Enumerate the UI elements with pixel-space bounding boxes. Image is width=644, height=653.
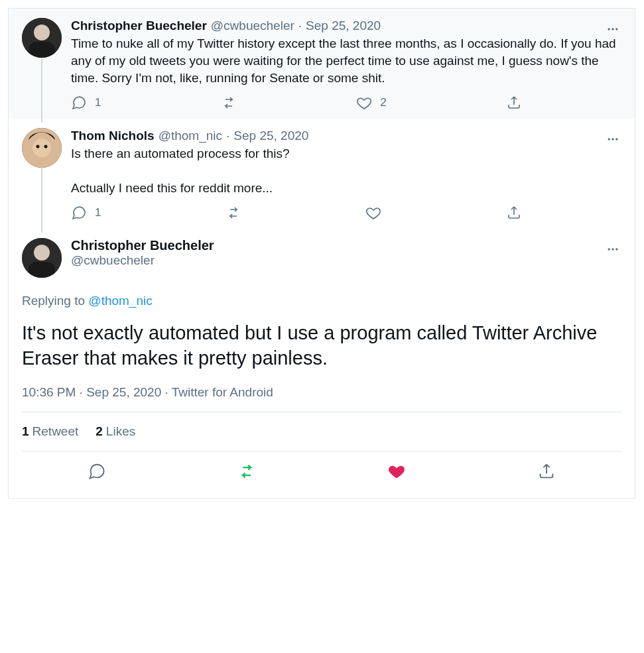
- retweet-button[interactable]: [233, 458, 260, 485]
- svg-rect-15: [29, 262, 55, 278]
- more-options-button[interactable]: [602, 18, 624, 40]
- separator-dot: ·: [161, 385, 172, 399]
- replying-to: Replying to @thom_nic: [22, 294, 621, 308]
- share-button[interactable]: [506, 95, 522, 111]
- svg-point-17: [612, 248, 613, 250]
- likes-stat[interactable]: 2Likes: [96, 424, 135, 439]
- tweet-meta: 10:36 PM · Sep 25, 2020 · Twitter for An…: [22, 385, 621, 412]
- user-handle[interactable]: @cwbuecheler: [71, 253, 214, 268]
- svg-point-11: [612, 138, 613, 140]
- svg-point-12: [615, 138, 617, 140]
- svg-point-5: [615, 28, 617, 30]
- tweet-actions: 1 2: [71, 95, 522, 113]
- retweet-button[interactable]: [225, 205, 241, 221]
- avatar[interactable]: [22, 128, 62, 168]
- user-handle[interactable]: @cwbuecheler: [211, 18, 294, 34]
- retweets-stat[interactable]: 1Retweet: [22, 424, 78, 439]
- tweet-body: Christopher Buecheler @cwbuecheler · Sep…: [71, 18, 621, 113]
- main-tweet-text: It's not exactly automated but I use a p…: [22, 320, 621, 371]
- like-button[interactable]: 2: [356, 95, 386, 111]
- svg-rect-2: [29, 42, 55, 58]
- replying-handle-link[interactable]: @thom_nic: [88, 294, 152, 308]
- svg-point-3: [608, 28, 610, 30]
- svg-point-7: [32, 139, 51, 157]
- separator-dot: ·: [226, 128, 229, 144]
- tweet-date[interactable]: Sep 25, 2020: [86, 385, 161, 399]
- avatar[interactable]: [22, 238, 62, 278]
- like-button[interactable]: [365, 205, 381, 221]
- main-tweet: Christopher Buecheler @cwbuecheler Reply…: [9, 229, 635, 498]
- user-names: Christopher Buecheler @cwbuecheler: [71, 238, 214, 268]
- tweet-actions: 1: [71, 205, 522, 223]
- tweet-source[interactable]: Twitter for Android: [172, 385, 273, 399]
- reply-count: 1: [95, 96, 101, 109]
- like-count: 2: [380, 96, 386, 109]
- avatar-column: [22, 18, 62, 113]
- retweets-label: Retweet: [32, 424, 79, 438]
- svg-point-4: [612, 28, 613, 30]
- svg-point-10: [608, 138, 610, 140]
- avatar-column: [22, 128, 62, 223]
- retweet-button[interactable]: [221, 95, 237, 111]
- reply-button[interactable]: 1: [71, 95, 101, 111]
- more-options-button[interactable]: [602, 128, 624, 150]
- share-button[interactable]: [533, 458, 560, 485]
- tweet-header: Christopher Buecheler @cwbuecheler · Sep…: [71, 18, 621, 34]
- tweet-date[interactable]: Sep 25, 2020: [233, 128, 308, 144]
- svg-point-8: [36, 145, 40, 148]
- ancestor-tweet[interactable]: Christopher Buecheler @cwbuecheler · Sep…: [9, 9, 635, 119]
- avatar[interactable]: [22, 18, 62, 58]
- tweet-date[interactable]: Sep 25, 2020: [306, 18, 381, 34]
- likes-count: 2: [96, 424, 103, 438]
- svg-point-18: [615, 248, 617, 250]
- retweets-count: 1: [22, 424, 29, 438]
- separator-dot: ·: [76, 385, 86, 399]
- tweet-body: Thom Nichols @thom_nic · Sep 25, 2020 Is…: [71, 128, 621, 223]
- likes-label: Likes: [106, 424, 135, 438]
- tweet-header: Thom Nichols @thom_nic · Sep 25, 2020: [71, 128, 621, 144]
- display-name[interactable]: Christopher Buecheler: [71, 238, 214, 253]
- display-name[interactable]: Christopher Buecheler: [71, 18, 207, 34]
- user-handle[interactable]: @thom_nic: [159, 128, 222, 144]
- svg-point-16: [608, 248, 610, 250]
- svg-point-9: [44, 145, 48, 148]
- thread-connector: [41, 168, 42, 233]
- like-button[interactable]: [383, 458, 410, 485]
- svg-point-14: [34, 245, 50, 261]
- display-name[interactable]: Thom Nichols: [71, 128, 155, 144]
- thread-connector: [41, 58, 42, 123]
- separator-dot: ·: [298, 18, 302, 34]
- reply-count: 1: [95, 206, 101, 219]
- reply-button[interactable]: [84, 458, 110, 485]
- tweet-time[interactable]: 10:36 PM: [22, 385, 76, 399]
- share-button[interactable]: [506, 205, 522, 221]
- replying-label: Replying to: [22, 294, 88, 308]
- tweet-text: Time to nuke all of my Twitter history e…: [71, 35, 621, 87]
- tweet-stats: 1Retweet 2Likes: [22, 412, 621, 451]
- tweet-thread-container: Christopher Buecheler @cwbuecheler · Sep…: [8, 8, 635, 499]
- tweet-text: Is there an automated process for this? …: [71, 145, 621, 197]
- main-tweet-header: Christopher Buecheler @cwbuecheler: [22, 238, 621, 278]
- svg-point-1: [34, 25, 50, 40]
- more-options-button[interactable]: [602, 238, 624, 261]
- ancestor-tweet[interactable]: Thom Nichols @thom_nic · Sep 25, 2020 Is…: [9, 119, 635, 229]
- main-tweet-actions: [22, 451, 621, 494]
- reply-button[interactable]: 1: [71, 205, 101, 221]
